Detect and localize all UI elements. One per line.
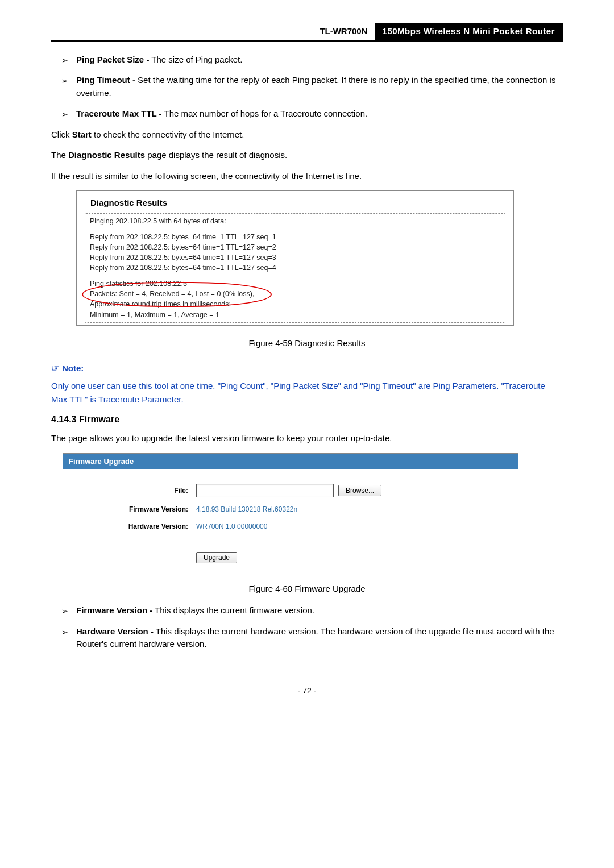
bold: Diagnostic Results	[68, 150, 145, 160]
diag-output: Pinging 202.108.22.5 with 64 bytes of da…	[85, 213, 505, 323]
bullet-arrow-icon: ➢	[61, 75, 68, 87]
figure-4-59-caption: Figure 4-59 Diagnostic Results	[51, 337, 563, 350]
pointing-hand-icon: ☞	[51, 363, 60, 373]
fw-version-label: Firmware Version:	[69, 504, 196, 514]
figure-4-60-caption: Figure 4-60 Firmware Upgrade	[51, 583, 563, 596]
term: Ping Packet Size -	[76, 55, 149, 64]
desc: The max number of hops for a Traceroute …	[162, 109, 368, 118]
note-body: Only one user can use this tool at one t…	[51, 379, 563, 408]
term: Traceroute Max TTL -	[76, 109, 162, 118]
diag-line: Reply from 202.108.22.5: bytes=64 time=1…	[90, 263, 500, 273]
diagnostic-results-panel: Diagnostic Results Pinging 202.108.22.5 …	[76, 190, 514, 326]
diag-line: Reply from 202.108.22.5: bytes=64 time=1…	[90, 252, 500, 263]
hw-version-row: Hardware Version: WR700N 1.0 00000000	[63, 518, 518, 535]
note-label: ☞Note:	[51, 361, 563, 376]
section-heading-firmware: 4.14.3 Firmware	[51, 413, 563, 426]
term: Firmware Version -	[76, 605, 152, 615]
firmware-panel-title: Firmware Upgrade	[63, 454, 518, 470]
model-badge: TL-WR700N	[313, 23, 374, 40]
firmware-upgrade-panel: Firmware Upgrade File: Browse... Firmwar…	[63, 453, 518, 572]
desc: This displays the current firmware versi…	[152, 605, 314, 615]
text: The	[51, 150, 68, 160]
diag-line: Pinging 202.108.22.5 with 64 bytes of da…	[90, 216, 500, 226]
page-header: TL-WR700N 150Mbps Wireless N Mini Pocket…	[51, 23, 563, 42]
file-label: File:	[69, 485, 196, 496]
bullet-arrow-icon: ➢	[61, 55, 68, 67]
start-word: Start	[72, 130, 92, 139]
diag-results-line: The Diagnostic Results page displays the…	[51, 149, 563, 162]
fw-version-value: 4.18.93 Build 130218 Rel.60322n	[196, 504, 297, 514]
click-start-line: Click Start to check the connectivity of…	[51, 128, 563, 142]
term: Ping Timeout -	[76, 75, 135, 85]
header-spacer	[51, 23, 313, 40]
note-word: Note:	[62, 363, 84, 373]
bullet-ping-timeout: ➢ Ping Timeout - Set the waiting time fo…	[51, 74, 563, 99]
bullet-hw-version: ➢ Hardware Version - This displays the c…	[51, 625, 563, 651]
diag-line: Ping statistics for 202.108.22.5	[90, 279, 500, 289]
page-number: - 72 -	[51, 685, 563, 697]
browse-button[interactable]: Browse...	[338, 485, 381, 496]
bullet-arrow-icon: ➢	[61, 605, 68, 617]
hw-version-value: WR700N 1.0 00000000	[196, 521, 267, 531]
firmware-intro: The page allows you to upgrade the lates…	[51, 432, 563, 445]
diag-line: Reply from 202.108.22.5: bytes=64 time=1…	[90, 242, 500, 252]
desc: The size of Ping packet.	[149, 55, 242, 64]
text: to check the connectivity of the Interne…	[92, 130, 244, 139]
bullet-fw-version: ➢ Firmware Version - This displays the c…	[51, 604, 563, 617]
product-subtitle: 150Mbps Wireless N Mini Pocket Router	[375, 23, 563, 40]
bullet-ping-packet-size: ➢ Ping Packet Size - The size of Ping pa…	[51, 53, 563, 67]
text: Click	[51, 130, 72, 139]
diag-line: Minimum = 1, Maximum = 1, Average = 1	[90, 310, 500, 320]
term: Hardware Version -	[76, 626, 154, 636]
fw-version-row: Firmware Version: 4.18.93 Build 130218 R…	[63, 501, 518, 518]
text: page displays the result of diagnosis.	[145, 150, 287, 160]
bullet-traceroute-ttl: ➢ Traceroute Max TTL - The max number of…	[51, 107, 563, 121]
diag-panel-title: Diagnostic Results	[90, 197, 505, 210]
upgrade-row: Upgrade	[63, 546, 518, 572]
bullet-arrow-icon: ➢	[61, 109, 68, 121]
similar-line: If the result is similar to the followin…	[51, 170, 563, 183]
upgrade-button[interactable]: Upgrade	[196, 552, 237, 563]
bullet-arrow-icon: ➢	[61, 626, 68, 638]
diag-line: Approximate round trip times in millisec…	[90, 299, 500, 309]
file-input[interactable]	[196, 484, 334, 497]
desc: Set the waiting time for the reply of ea…	[76, 75, 555, 98]
diag-line: Reply from 202.108.22.5: bytes=64 time=1…	[90, 232, 500, 242]
file-row: File: Browse...	[63, 480, 518, 501]
hw-version-label: Hardware Version:	[69, 521, 196, 531]
diag-line: Packets: Sent = 4, Received = 4, Lost = …	[90, 289, 500, 299]
